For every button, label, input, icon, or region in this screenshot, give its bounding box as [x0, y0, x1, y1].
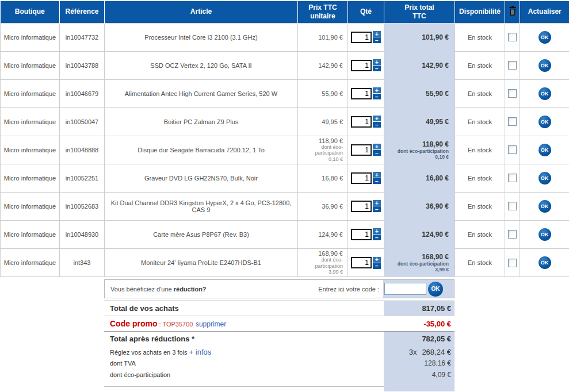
quantity-decrease-button[interactable]: − [373, 150, 381, 156]
delete-checkbox[interactable] [508, 89, 517, 98]
promo-discount-value: -35,00 € [384, 316, 455, 331]
article-name[interactable]: SSD OCZ Vertex 2, 120 Go, SATA II [105, 51, 298, 79]
total-purchases-label: Total de vos achats [104, 304, 384, 313]
refresh-ok-button[interactable]: OK [539, 172, 551, 185]
delete-cell [505, 248, 520, 276]
reference-cell: in10046679 [60, 79, 105, 107]
quantity-increase-button[interactable]: + [373, 87, 381, 93]
boutique-cell: Micro informatique [1, 107, 60, 136]
unit-price-cell: 101,90 € [298, 23, 348, 51]
article-name[interactable]: Processeur Intel Core i3 2100 (3.1 GHz) [105, 23, 298, 51]
unit-price-value: 101,90 € [300, 34, 343, 41]
delete-checkbox[interactable] [508, 230, 517, 239]
availability-status: En stock [455, 79, 505, 107]
quantity-stepper: + − [350, 31, 381, 43]
quantity-decrease-button[interactable]: − [373, 122, 381, 128]
quantity-decrease-button[interactable]: − [373, 94, 381, 99]
promo-code-value: TOP35700 [162, 321, 193, 328]
quantity-decrease-button[interactable]: − [373, 206, 381, 212]
promo-ok-button[interactable]: OK [428, 282, 443, 297]
eco-participation-row: dont éco-participation 4,09 € [104, 369, 455, 381]
column-header-unit-price: Prix TTC unitaire [298, 1, 348, 23]
quantity-input[interactable] [351, 60, 372, 71]
quantity-cell: + − [348, 192, 384, 220]
quantity-input[interactable] [351, 172, 372, 184]
quantity-cell: + − [348, 23, 384, 51]
refresh-ok-button[interactable]: OK [539, 87, 551, 100]
reduction-question: Vous bénéficiez d'une réduction? [105, 286, 207, 293]
delete-checkbox[interactable] [508, 174, 517, 182]
delete-checkbox[interactable] [508, 117, 517, 126]
refresh-ok-button[interactable]: OK [539, 144, 551, 156]
quantity-stepper: + − [350, 172, 381, 184]
promo-code-input[interactable] [384, 283, 426, 295]
unit-price-cell: 55,90 € [298, 79, 348, 107]
article-name[interactable]: Carte mère Asus P8P67 (Rev. B3) [105, 220, 298, 248]
article-name[interactable]: Moniteur 24' Iiyama ProLite E2407HDS-B1 [105, 248, 298, 276]
refresh-ok-button[interactable]: OK [539, 59, 551, 72]
total-price-value: 49,95 € [387, 118, 449, 126]
total-after-reductions-value: 782,05 € [384, 335, 455, 343]
article-name[interactable]: Alimentation Antec High Current Gamer Se… [105, 79, 298, 107]
quantity-increase-button[interactable]: + [373, 144, 381, 149]
delete-cell [505, 136, 520, 164]
total-price-value: 16,80 € [387, 174, 449, 182]
column-header-delete [505, 1, 520, 23]
unit-price-value: 36,90 € [300, 203, 343, 210]
refresh-cell: OK [520, 51, 569, 79]
refresh-ok-button[interactable]: OK [539, 228, 551, 241]
total-price-cell: 142,90 € [384, 51, 455, 79]
quantity-increase-button[interactable]: + [373, 172, 381, 178]
refresh-ok-button[interactable]: OK [539, 256, 551, 269]
quantity-cell: + − [348, 107, 384, 136]
reference-cell: in10052251 [60, 164, 105, 192]
article-name[interactable]: Boitier PC Zalman Z9 Plus [105, 107, 298, 136]
quantity-increase-button[interactable]: + [373, 257, 381, 263]
delete-checkbox[interactable] [508, 259, 517, 267]
refresh-ok-button[interactable]: OK [539, 31, 551, 44]
quantity-input[interactable] [351, 116, 372, 128]
quantity-decrease-button[interactable]: − [373, 37, 381, 43]
quantity-increase-button[interactable]: + [373, 116, 381, 121]
unit-eco-participation-note: dont éco-participation 0,10 € [300, 144, 343, 163]
refresh-ok-button[interactable]: OK [539, 116, 551, 128]
quantity-stepper: + − [350, 200, 381, 212]
article-name[interactable]: Kit Dual Channel DDR3 Kingston HyperX, 2… [105, 192, 298, 220]
quantity-input[interactable] [351, 32, 372, 43]
promo-code-label: Entrez ici votre code : [318, 286, 379, 293]
refresh-ok-button[interactable]: OK [539, 200, 551, 213]
column-header-refresh: Actualiser [520, 1, 569, 23]
quantity-increase-button[interactable]: + [373, 228, 381, 234]
table-row: Micro informatique in10048930 Carte mère… [1, 220, 569, 248]
delete-checkbox[interactable] [508, 33, 517, 41]
article-name[interactable]: Graveur DVD LG GH22NS70, Bulk, Noir [105, 164, 298, 192]
quantity-input[interactable] [351, 144, 372, 156]
column-header-qty: Qté [348, 1, 384, 23]
vat-value: 128.16 € [384, 359, 455, 367]
delete-checkbox[interactable] [508, 145, 517, 154]
delete-checkbox[interactable] [508, 61, 517, 70]
quantity-input[interactable] [351, 88, 372, 99]
quantity-decrease-button[interactable]: − [373, 178, 381, 184]
quantity-decrease-button[interactable]: − [373, 66, 381, 71]
unit-price-cell: 118,90 € dont éco-participation 0,10 € [298, 136, 348, 164]
delete-cell [505, 192, 520, 220]
total-price-value: 142,90 € [387, 62, 449, 70]
quantity-input[interactable] [351, 201, 372, 212]
installments-info-link[interactable]: + infos [189, 348, 212, 356]
unit-eco-participation-note: dont éco-participation 3,99 € [300, 257, 343, 275]
quantity-increase-button[interactable]: + [373, 31, 381, 37]
quantity-input[interactable] [351, 257, 372, 268]
remove-promo-link[interactable]: supprimer [196, 320, 226, 328]
delete-checkbox[interactable] [508, 202, 517, 210]
quantity-increase-button[interactable]: + [373, 59, 381, 65]
quantity-decrease-button[interactable]: − [373, 235, 381, 240]
table-row: Micro informatique int343 Moniteur 24' I… [1, 248, 569, 276]
refresh-cell: OK [520, 192, 569, 220]
quantity-decrease-button[interactable]: − [373, 263, 381, 269]
quantity-increase-button[interactable]: + [373, 200, 381, 206]
article-name[interactable]: Disque dur Seagate Barracuda 7200.12, 1 … [105, 136, 298, 164]
quantity-input[interactable] [351, 229, 372, 240]
unit-price-cell: 49,95 € [298, 107, 348, 136]
quantity-cell: + − [348, 79, 384, 107]
